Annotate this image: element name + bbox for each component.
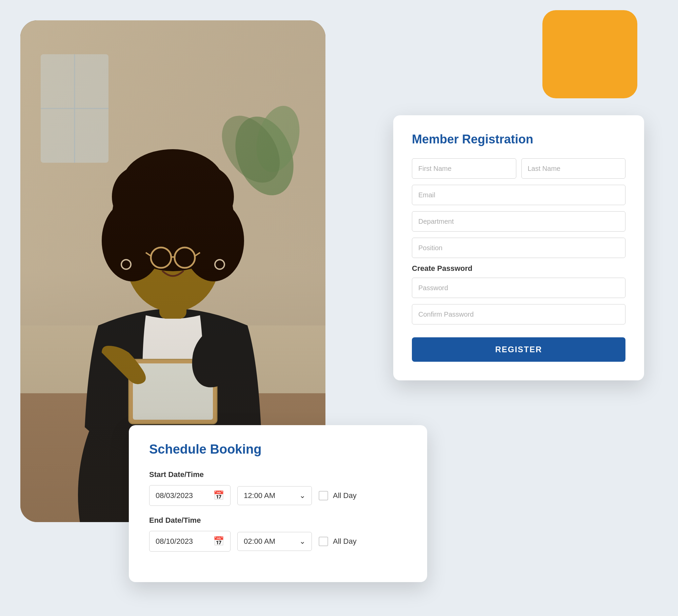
position-input[interactable]	[412, 238, 625, 258]
svg-point-17	[180, 166, 234, 227]
first-name-input[interactable]	[412, 158, 516, 179]
booking-title: Schedule Booking	[149, 442, 407, 457]
end-time-select-wrapper[interactable]: 02:00 AM ⌄	[237, 532, 312, 551]
last-name-input[interactable]	[521, 158, 626, 179]
registration-title: Member Registration	[412, 132, 625, 146]
svg-point-19	[179, 253, 191, 262]
name-row	[412, 158, 625, 179]
end-date-value: 08/10/2023	[156, 537, 209, 546]
email-input[interactable]	[412, 185, 625, 205]
end-allday-checkbox[interactable]	[319, 537, 328, 546]
start-allday-checkbox[interactable]	[319, 491, 328, 500]
end-calendar-icon[interactable]: 📅	[213, 536, 224, 547]
register-button[interactable]: REGISTER	[412, 337, 625, 362]
start-date-value: 08/03/2023	[156, 491, 209, 500]
start-time-chevron-icon: ⌄	[299, 491, 305, 500]
end-datetime-row: 08/10/2023 📅 02:00 AM ⌄ All Day	[149, 531, 407, 552]
scene: Member Registration	[0, 0, 678, 616]
end-allday-label: All Day	[333, 537, 357, 546]
booking-card: Schedule Booking Start Date/Time 08/03/2…	[129, 425, 427, 582]
end-datetime-label: End Date/Time	[149, 516, 407, 525]
svg-point-18	[155, 253, 167, 262]
position-row	[412, 238, 625, 258]
department-field-wrapper	[412, 211, 625, 232]
start-datetime-label: Start Date/Time	[149, 470, 407, 479]
end-time-chevron-icon: ⌄	[299, 537, 305, 546]
email-row	[412, 185, 625, 205]
password-row	[412, 278, 625, 298]
last-name-field	[521, 158, 626, 179]
start-datetime-row: 08/03/2023 📅 12:00 AM ⌄ All Day	[149, 485, 407, 506]
start-time-value: 12:00 AM	[244, 491, 295, 500]
confirm-password-field-wrapper	[412, 304, 625, 324]
end-date-input-wrapper[interactable]: 08/10/2023 📅	[149, 531, 231, 552]
start-allday-wrapper: All Day	[319, 491, 357, 500]
start-allday-label: All Day	[333, 491, 357, 500]
password-input[interactable]	[412, 278, 625, 298]
start-date-input-wrapper[interactable]: 08/03/2023 📅	[149, 485, 231, 506]
start-calendar-icon[interactable]: 📅	[213, 490, 224, 501]
department-input[interactable]	[412, 211, 625, 232]
orange-square-decoration	[542, 10, 637, 98]
end-time-value: 02:00 AM	[244, 537, 295, 546]
confirm-password-input[interactable]	[412, 304, 625, 324]
position-field-wrapper	[412, 238, 625, 258]
end-allday-wrapper: All Day	[319, 537, 357, 546]
confirm-password-row	[412, 304, 625, 324]
registration-card: Member Registration	[393, 115, 644, 380]
department-row	[412, 211, 625, 232]
create-password-label: Create Password	[412, 264, 625, 273]
svg-point-16	[112, 166, 166, 227]
first-name-field	[412, 158, 516, 179]
email-field-wrapper	[412, 185, 625, 205]
password-field-wrapper	[412, 278, 625, 298]
start-time-select-wrapper[interactable]: 12:00 AM ⌄	[237, 486, 312, 505]
